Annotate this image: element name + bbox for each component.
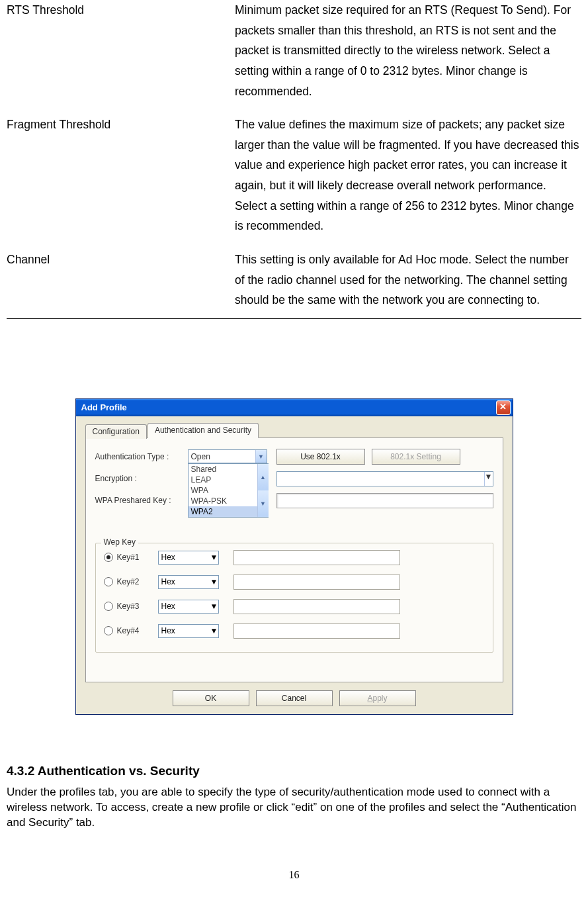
listbox-scrollbar[interactable]: ▲ ▼ [257, 464, 268, 517]
key4-radio[interactable] [104, 626, 113, 635]
definitions-table: RTS Threshold Minimum packet size requir… [7, 0, 581, 314]
key2-format-value: Hex [161, 577, 175, 586]
desc-fragment: The value defines the maximum size of pa… [235, 115, 581, 250]
apply-button[interactable]: Apply [339, 690, 416, 706]
dialog-title: Add Profile [81, 402, 127, 412]
scroll-down-icon[interactable]: ▼ [257, 490, 269, 517]
section-body: Under the profiles tab, you are able to … [7, 785, 581, 831]
tab-configuration[interactable]: Configuration [85, 424, 147, 439]
key2-radio[interactable] [104, 577, 113, 586]
auth-type-listbox[interactable]: Shared LEAP WPA WPA-PSK WPA2 ▲ ▼ [188, 463, 269, 518]
table-separator [7, 318, 581, 319]
key2-format-combo[interactable]: Hex ▼ [158, 575, 219, 589]
key1-input[interactable] [233, 550, 400, 565]
auth-option-leap[interactable]: LEAP [189, 475, 257, 485]
label-auth-type: Authentication Type : [95, 452, 188, 461]
desc-rts: Minimum packet size required for an RTS … [235, 0, 581, 115]
key1-format-combo[interactable]: Hex ▼ [158, 551, 219, 565]
term-channel: Channel [7, 250, 235, 314]
label-wpa-key: WPA Preshared Key : [95, 496, 188, 505]
desc-channel: This setting is only available for Ad Ho… [235, 250, 581, 314]
key3-format-value: Hex [161, 602, 175, 611]
chevron-down-icon[interactable]: ▼ [210, 602, 218, 611]
chevron-down-icon[interactable]: ▼ [210, 626, 218, 635]
chevron-down-icon[interactable]: ▼ [210, 553, 218, 562]
key3-input[interactable] [233, 599, 400, 614]
key4-format-combo[interactable]: Hex ▼ [158, 624, 219, 638]
encryption-combo[interactable]: ▼ [276, 471, 493, 486]
auth-type-value: Open [191, 452, 210, 461]
scroll-up-icon[interactable]: ▲ [257, 464, 269, 490]
key1-label: Key#1 [117, 553, 158, 562]
term-rts: RTS Threshold [7, 0, 235, 115]
key4-format-value: Hex [161, 626, 175, 635]
auth-option-wpa-psk[interactable]: WPA-PSK [189, 496, 257, 506]
wpa-preshared-key-input[interactable] [276, 493, 493, 508]
key1-format-value: Hex [161, 553, 175, 562]
label-encryption: Encryption : [95, 474, 188, 483]
tab-auth-security[interactable]: Authentication and Security [147, 423, 259, 438]
wep-key-legend: Wep Key [101, 537, 138, 547]
page-number: 16 [7, 869, 581, 881]
key3-radio[interactable] [104, 602, 113, 611]
key4-label: Key#4 [117, 626, 158, 635]
chevron-down-icon[interactable]: ▼ [255, 450, 267, 463]
ok-button[interactable]: OK [173, 690, 249, 706]
chevron-down-icon[interactable]: ▼ [210, 577, 218, 586]
auth-security-panel: Authentication Type : Open ▼ Shared LEAP [85, 437, 503, 682]
8021x-setting-button[interactable]: 802.1x Setting [372, 449, 460, 465]
use-8021x-button[interactable]: Use 802.1x [276, 449, 365, 465]
key3-format-combo[interactable]: Hex ▼ [158, 600, 219, 614]
auth-option-shared[interactable]: Shared [189, 464, 257, 475]
key2-label: Key#2 [117, 577, 158, 586]
section-heading: 4.3.2 Authentication vs. Security [7, 764, 581, 778]
key3-label: Key#3 [117, 602, 158, 611]
term-fragment: Fragment Threshold [7, 115, 235, 250]
close-icon[interactable]: ✕ [496, 400, 511, 415]
key1-radio[interactable] [104, 553, 113, 562]
auth-type-combo[interactable]: Open ▼ [188, 449, 267, 463]
dialog-titlebar[interactable]: Add Profile ✕ [76, 399, 513, 416]
auth-option-wpa[interactable]: WPA [189, 485, 257, 496]
wep-key-group: Wep Key Key#1 Hex ▼ Key# [95, 543, 493, 653]
key4-input[interactable] [233, 623, 400, 639]
chevron-down-icon[interactable]: ▼ [484, 472, 493, 486]
cancel-button[interactable]: Cancel [256, 690, 333, 706]
key2-input[interactable] [233, 575, 400, 590]
add-profile-dialog: Add Profile ✕ Configuration Authenticati… [75, 398, 513, 715]
auth-option-wpa2[interactable]: WPA2 [189, 506, 257, 517]
